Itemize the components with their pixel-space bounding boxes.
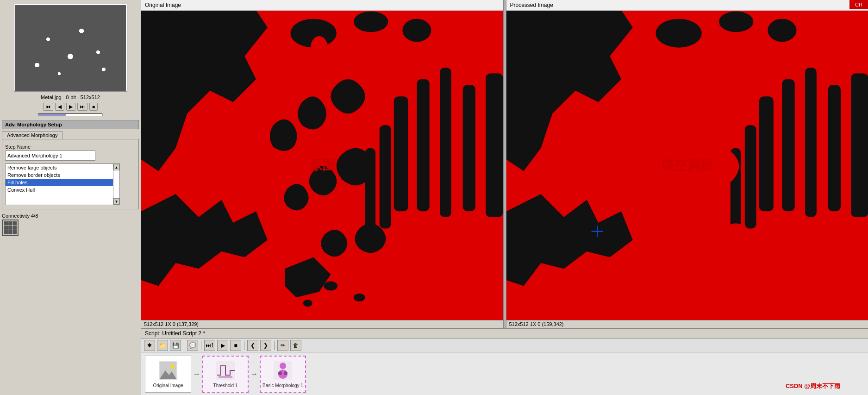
svg-point-7 [67,39,74,50]
conn-cell-2 [8,221,12,226]
svg-point-67 [284,371,287,375]
svg-point-2 [40,70,63,88]
toolbar-sep-1 [184,341,184,350]
pipeline-arrow-1: → [193,370,200,378]
list-item-convex-hull[interactable]: Convex Hull [6,186,119,194]
list-item-fill-holes[interactable]: Fill holes [6,179,119,186]
scrollbar-down[interactable]: ▼ [113,198,119,205]
pipeline-node-original[interactable]: Original Image [145,356,191,393]
svg-rect-40 [759,96,773,211]
slider-thumb [38,114,66,116]
main-content: Original Image [141,0,868,395]
conn-cell-9 [12,230,17,234]
svg-point-36 [324,282,337,291]
svg-rect-27 [486,74,503,217]
original-panel-canvas: 原图 [141,11,503,320]
sidebar: Metal.jpg - 8-bit - 512x512 ⏮ ◀ ▶ ⏭ ■ Ad… [0,0,141,395]
processed-image-panel: Processed Image [506,0,868,328]
script-area: Script: Untitled Script 2 * ✱ 📁 💾 💬 ⏭1 ▶ [141,328,868,395]
thumbnail-area [14,4,127,92]
original-node-label: Original Image [153,383,183,388]
operation-list[interactable]: Remove large objects Remove border objec… [5,163,120,205]
svg-point-16 [106,28,113,38]
svg-point-64 [280,363,286,369]
save-script-button[interactable]: 💾 [170,340,181,351]
morphology-node-icon [273,360,293,381]
svg-point-9 [99,37,107,48]
step-name-input[interactable] [5,150,95,161]
file-info: Metal.jpg - 8-bit - 512x512 [2,94,139,100]
list-item-remove-border[interactable]: Remove border objects [6,171,119,179]
list-item-remove-large[interactable]: Remove large objects [6,164,119,171]
svg-point-21 [91,73,96,81]
svg-point-47 [656,19,701,48]
corner-text: CH [855,2,862,7]
svg-point-19 [67,73,74,81]
edit-button[interactable]: ✏ [277,340,288,351]
delete-button[interactable]: 🗑 [290,340,301,351]
svg-rect-0 [15,5,126,91]
original-panel-title: Original Image [141,0,503,11]
threshold-node-label: Threshold 1 [213,383,238,388]
svg-point-53 [712,105,725,134]
morphology-node-label: Basic Morphology 1 [262,383,303,388]
open-script-button[interactable]: 📁 [157,340,168,351]
run-button[interactable]: ▶ [217,340,228,351]
svg-point-11 [62,50,70,62]
processed-image: 填空洞后 [506,11,868,320]
svg-point-49 [768,19,796,42]
svg-point-31 [354,12,388,32]
svg-point-35 [336,43,355,64]
svg-rect-25 [440,68,451,217]
pipeline-node-morphology[interactable]: Basic Morphology 1 [260,356,306,393]
connectivity-section: Connectivity 4/8 [2,213,139,236]
connectivity-grid[interactable] [2,219,19,236]
svg-rect-62 [219,376,232,378]
svg-point-33 [280,44,301,69]
first-frame-button[interactable]: ⏮ [43,103,53,111]
next-frame-button[interactable]: ▶ [66,103,75,111]
stop-script-button[interactable]: ■ [230,340,241,351]
prev-frame-button[interactable]: ◀ [55,103,64,111]
svg-point-51 [672,111,686,139]
svg-point-38 [303,300,312,307]
svg-point-12 [74,56,81,65]
svg-point-17 [112,50,121,62]
step-name-label: Step Name [5,144,136,150]
svg-point-54 [637,153,651,178]
svg-point-18 [57,65,65,75]
corner-indicator: CH [849,0,868,9]
threshold-node-icon [215,360,236,381]
add-script-button[interactable]: ✱ [144,340,155,351]
conn-cell-8 [8,230,12,234]
svg-point-66 [278,371,282,375]
svg-point-3 [56,25,67,40]
image-panels: Original Image [141,0,868,328]
svg-point-48 [718,12,753,32]
svg-rect-24 [417,79,429,211]
comment-button[interactable]: 💬 [187,340,198,351]
svg-rect-26 [463,85,475,211]
last-frame-button[interactable]: ⏭ [77,103,87,111]
original-panel-status: 512x512 1X 0 (137,329) [141,320,503,328]
pipeline-node-threshold[interactable]: Threshold 1 [202,356,249,393]
prev-step-button[interactable]: ❮ [247,340,258,351]
processed-panel-canvas: 填空洞后 [506,11,868,320]
scrollbar-up[interactable]: ▲ [113,164,119,170]
svg-point-5 [81,31,92,44]
advanced-morphology-tab[interactable]: Advanced Morphology [2,131,62,139]
svg-point-37 [354,294,365,301]
stop-button[interactable]: ■ [89,103,98,111]
frame-slider[interactable] [38,113,103,116]
original-image: 原图 [141,11,503,320]
conn-cell-4 [4,226,8,230]
toolbar-sep-4 [274,341,275,350]
run-first-button[interactable]: ⏭1 [204,340,215,351]
script-title: Script: Untitled Script 2 * [145,330,205,337]
script-toolbar: ✱ 📁 💾 💬 ⏭1 ▶ ■ ❮ ❯ [141,339,868,353]
svg-point-15 [108,41,116,52]
svg-point-32 [402,19,431,42]
thumbnail-image [15,5,126,91]
svg-rect-42 [805,68,817,217]
next-step-button[interactable]: ❯ [260,340,271,351]
